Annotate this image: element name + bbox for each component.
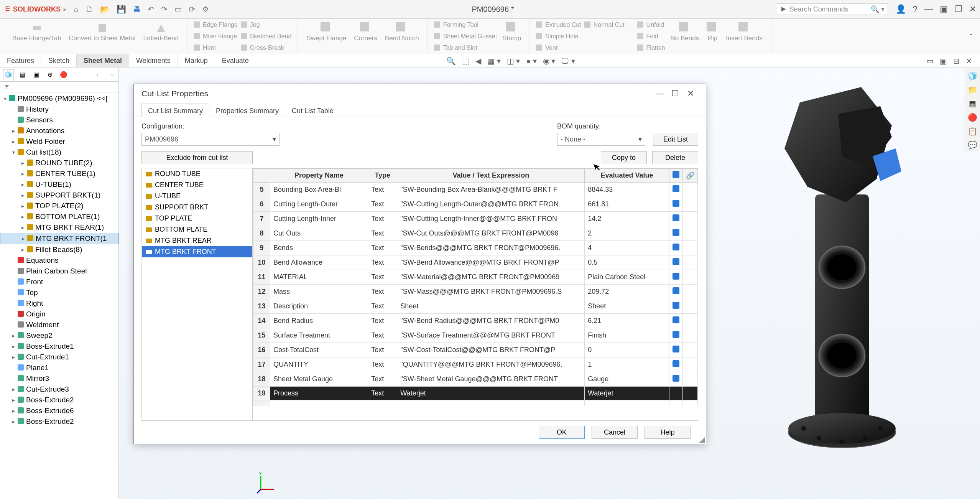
checkbox-icon[interactable] — [673, 302, 679, 309]
dialog-tab[interactable]: Cut List Summary — [141, 104, 209, 117]
rib-fold[interactable]: Fold — [636, 32, 667, 41]
prev-view-icon[interactable]: ◀ — [475, 56, 481, 66]
column-header[interactable]: Value / Text Expression — [397, 169, 585, 183]
dialog-close-icon[interactable]: ✕ — [683, 89, 698, 99]
checkbox-icon[interactable] — [673, 287, 679, 294]
search-commands-input[interactable]: Search Commands 🔍 ▾ — [777, 3, 888, 15]
tab-weldments[interactable]: Weldments — [129, 54, 178, 68]
section-icon[interactable]: ▦ ▾ — [487, 56, 501, 66]
tab-sheet-metal[interactable]: Sheet Metal — [77, 54, 129, 68]
rib-lofted[interactable]: Lofted-Bend — [139, 21, 183, 44]
checkbox-icon[interactable] — [673, 171, 679, 178]
property-row[interactable]: 7Cutting Length-InnerText"SW-Cutting Len… — [253, 212, 698, 226]
taskpane-resources-icon[interactable]: 🧊 — [967, 70, 978, 82]
tree-item[interactable]: ▸Annotations — [0, 125, 118, 136]
cut-list-item[interactable]: ROUND TUBE — [142, 168, 252, 180]
cancel-button[interactable]: Cancel — [592, 426, 638, 439]
ribbon-collapse-icon[interactable]: ⌃ — [968, 32, 980, 41]
column-header[interactable] — [669, 169, 683, 183]
tree-item[interactable]: ▸MTG BRKT REAR(1) — [0, 222, 118, 233]
layout-icon[interactable]: ▣ — [940, 4, 948, 14]
tree-item[interactable]: ▸U-TUBE(1) — [0, 179, 118, 190]
tree-item[interactable]: Front — [0, 277, 118, 287]
zoom-fit-icon[interactable]: 🔍 — [446, 56, 456, 66]
tree-item[interactable]: ▸TOP PLATE(2) — [0, 201, 118, 211]
cut-list-item[interactable]: CENTER TUBE — [142, 180, 252, 191]
dialog-minimize-icon[interactable]: — — [652, 89, 668, 99]
open-icon[interactable]: 📂 — [100, 5, 110, 14]
checkbox-icon[interactable] — [673, 346, 679, 352]
cut-list-item[interactable]: U-TUBE — [142, 191, 252, 202]
tree-item[interactable]: ▸Cut-Extrude3 — [0, 384, 118, 395]
rib-tab-slot[interactable]: Tab and Slot — [432, 44, 499, 52]
taskpane-appearance-icon[interactable]: 🔴 — [967, 112, 978, 123]
rib-stamp[interactable]: Stamp — [498, 21, 525, 44]
rib-bend-notch[interactable]: Bend Notch — [381, 21, 423, 44]
tree-item[interactable]: ▸Sweep2 — [0, 330, 118, 341]
rib-extruded-cut[interactable]: Extruded Cut — [534, 21, 582, 29]
rib-sketched-bend[interactable]: Sketched Bend — [239, 32, 293, 41]
column-header[interactable]: 🔗 — [683, 169, 698, 183]
display-style-icon[interactable]: ◫ ▾ — [507, 56, 520, 66]
close-icon[interactable]: ✕ — [969, 4, 976, 14]
property-row[interactable]: 17QUANTITYText"QUANTITY@@@MTG BRKT FRONT… — [253, 357, 698, 372]
viewport-btn1-icon[interactable]: ▭ — [926, 56, 934, 66]
property-row[interactable]: 5Bounding Box Area-BlText"SW-Bounding Bo… — [253, 183, 698, 197]
rib-miter-flange[interactable]: Miter Flange — [192, 32, 239, 41]
property-row[interactable]: 12MassText"SW-Mass@@@MTG BRKT FRONT@PM00… — [253, 285, 698, 299]
rib-cross-break[interactable]: Cross-Break — [239, 44, 293, 52]
cut-list-item[interactable]: MTG BRKT FRONT — [142, 246, 252, 257]
tree-item[interactable]: Plane1 — [0, 362, 118, 373]
tab-sketch[interactable]: Sketch — [41, 54, 77, 68]
viewport-close-icon[interactable]: ✕ — [966, 56, 972, 66]
tree-item[interactable]: ▸SUPPORT BRKT(1) — [0, 190, 118, 201]
tree-item[interactable]: ▸Boss-Extrude1 — [0, 341, 118, 352]
rib-unfold[interactable]: Unfold — [636, 21, 667, 29]
cut-list-item[interactable]: SUPPORT BRKT — [142, 202, 252, 213]
bom-select[interactable]: - None -▾ — [557, 133, 645, 146]
restore-icon[interactable]: ❐ — [955, 4, 962, 14]
checkbox-icon[interactable] — [673, 316, 679, 323]
hide-show-icon[interactable]: ● ▾ — [526, 56, 537, 66]
rib-no-bends[interactable]: No Bends — [667, 21, 703, 44]
checkbox-icon[interactable] — [673, 229, 679, 236]
tree-item[interactable]: ▸CENTER TUBE(1) — [0, 168, 118, 179]
rib-convert[interactable]: Convert to Sheet Metal — [65, 21, 140, 44]
rib-hem[interactable]: Hem — [192, 44, 239, 52]
tree-item[interactable]: ▸BOTTOM PLATE(1) — [0, 211, 118, 222]
scene-icon[interactable]: ◉ ▾ — [543, 56, 556, 66]
config-tab-icon[interactable]: ▣ — [31, 69, 41, 80]
checkbox-icon[interactable] — [673, 200, 679, 207]
tree-item[interactable]: Plain Carbon Steel — [0, 266, 118, 277]
tree-item[interactable]: ▸MTG BRKT FRONT(1 — [0, 233, 118, 244]
property-row[interactable]: 15Surface TreatmentText"SW-Surface Treat… — [253, 328, 698, 343]
property-tab-icon[interactable]: ▤ — [17, 69, 28, 80]
property-row[interactable]: 9BendsText"SW-Bends@@@MTG BRKT FRONT@PM0… — [253, 241, 698, 255]
tab-evaluate[interactable]: Evaluate — [215, 54, 256, 68]
checkbox-icon[interactable] — [673, 185, 679, 192]
column-header[interactable]: Type — [368, 169, 397, 183]
rib-simple-hole[interactable]: Simple Hole — [534, 32, 582, 41]
config-select[interactable]: PM009696▾ — [141, 133, 280, 146]
taskpane-properties-icon[interactable]: 📋 — [967, 125, 978, 137]
panel-nav-right-icon[interactable]: › — [108, 69, 118, 80]
tree-item[interactable]: ▸Boss-Extrude6 — [0, 405, 118, 416]
dialog-tab[interactable]: Properties Summary — [209, 104, 285, 117]
property-row[interactable]: 10Bend AllowanceText"SW-Bend Allowance@@… — [253, 255, 698, 270]
checkbox-icon[interactable] — [673, 273, 679, 280]
checkbox-icon[interactable] — [673, 244, 679, 250]
rib-normal-cut[interactable]: Normal Cut — [583, 21, 626, 29]
property-row[interactable]: 8Cut OutsText"SW-Cut Outs@@@MTG BRKT FRO… — [253, 226, 698, 241]
checkbox-icon[interactable] — [673, 258, 679, 265]
feature-tree-tab-icon[interactable]: 🧊 — [3, 69, 14, 80]
property-row[interactable]: 19ProcessTextWaterjetWaterjet — [253, 387, 698, 400]
property-row[interactable]: 18Sheet Metal GaugeText"SW-Sheet Metal G… — [253, 372, 698, 387]
options-icon[interactable]: ⚙ — [202, 5, 209, 14]
viewport-btn2-icon[interactable]: ▣ — [940, 56, 947, 66]
filter-row[interactable] — [0, 82, 118, 92]
taskpane-library-icon[interactable]: 📁 — [967, 84, 978, 96]
cut-list-item[interactable]: MTG BRKT REAR — [142, 235, 252, 246]
dimxpert-tab-icon[interactable]: ⊕ — [44, 69, 55, 80]
tree-item[interactable]: Origin — [0, 309, 118, 319]
rib-swept[interactable]: Swept Flange — [303, 21, 350, 44]
